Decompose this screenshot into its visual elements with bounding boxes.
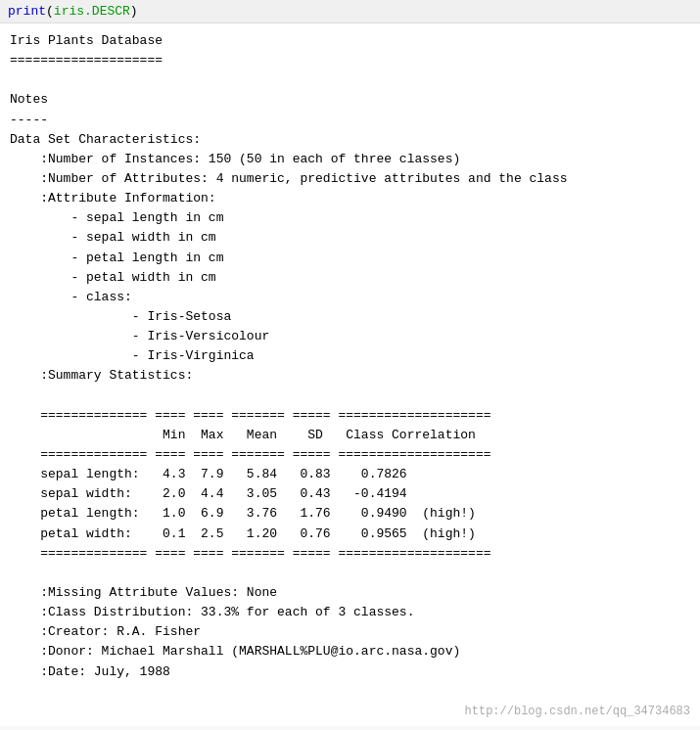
paren-close: )	[130, 4, 138, 19]
print-arg: iris.DESCR	[54, 4, 130, 19]
paren-open: (	[46, 4, 54, 19]
text-block: Iris Plants Database ===================…	[10, 31, 690, 682]
top-bar: print(iris.DESCR)	[0, 0, 700, 23]
content-area: Iris Plants Database ===================…	[0, 23, 700, 726]
watermark: http://blog.csdn.net/qq_34734683	[465, 705, 690, 718]
print-keyword: print	[8, 4, 46, 19]
